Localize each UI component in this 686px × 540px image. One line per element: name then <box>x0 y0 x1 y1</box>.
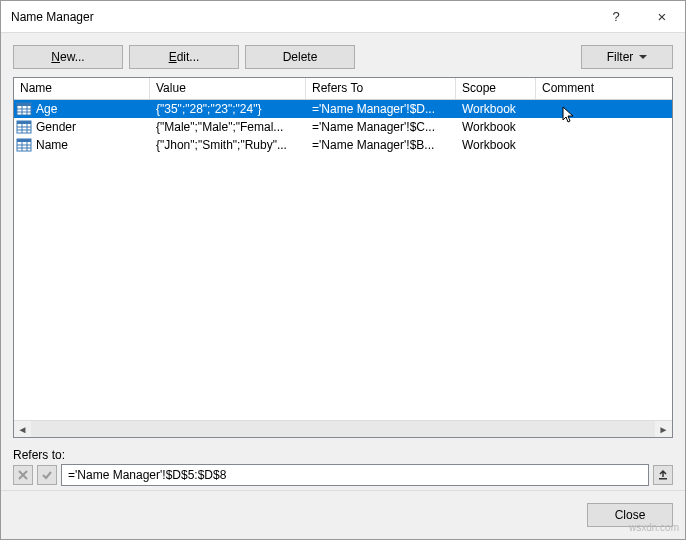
table-row[interactable]: Gender{"Male";"Male";"Femal...='Name Man… <box>14 118 672 136</box>
scroll-right-icon[interactable]: ► <box>655 421 672 438</box>
watermark: wsxdn.com <box>629 522 679 533</box>
col-value[interactable]: Value <box>150 78 306 99</box>
row-refers: ='Name Manager'!$B... <box>306 137 456 153</box>
column-headers: Name Value Refers To Scope Comment <box>14 78 672 100</box>
new-button[interactable]: New... <box>13 45 123 69</box>
range-picker-button[interactable] <box>653 465 673 485</box>
svg-rect-18 <box>659 478 667 480</box>
svg-rect-1 <box>17 103 31 106</box>
dialog-footer: Close <box>1 490 685 539</box>
row-name: Age <box>36 102 57 116</box>
row-value: {"35";"28";"23";"24"} <box>150 101 306 117</box>
row-name: Name <box>36 138 68 152</box>
svg-rect-7 <box>17 121 31 124</box>
svg-rect-13 <box>17 139 31 142</box>
filter-button[interactable]: Filter <box>581 45 673 69</box>
row-refers: ='Name Manager'!$D... <box>306 101 456 117</box>
row-comment <box>536 126 672 128</box>
check-icon <box>41 469 53 481</box>
defined-name-icon <box>16 102 32 116</box>
toolbar: New... Edit... Delete Filter <box>1 33 685 77</box>
scroll-left-icon[interactable]: ◄ <box>14 421 31 438</box>
table-row[interactable]: Name{"Jhon";"Smith";"Ruby"...='Name Mana… <box>14 136 672 154</box>
row-value: {"Jhon";"Smith";"Ruby"... <box>150 137 306 153</box>
row-scope: Workbook <box>456 137 536 153</box>
col-refers[interactable]: Refers To <box>306 78 456 99</box>
help-button[interactable]: ? <box>593 1 639 33</box>
rows-container: Age{"35";"28";"23";"24"}='Name Manager'!… <box>14 100 672 420</box>
collapse-icon <box>657 469 669 481</box>
col-name[interactable]: Name <box>14 78 150 99</box>
col-comment[interactable]: Comment <box>536 78 672 99</box>
defined-name-icon <box>16 138 32 152</box>
defined-name-icon <box>16 120 32 134</box>
row-name: Gender <box>36 120 76 134</box>
titlebar: Name Manager ? × <box>1 1 685 33</box>
row-scope: Workbook <box>456 119 536 135</box>
col-scope[interactable]: Scope <box>456 78 536 99</box>
scroll-track[interactable] <box>31 421 655 438</box>
cancel-refers-button[interactable] <box>13 465 33 485</box>
delete-button[interactable]: Delete <box>245 45 355 69</box>
accept-refers-button[interactable] <box>37 465 57 485</box>
row-refers: ='Name Manager'!$C... <box>306 119 456 135</box>
x-icon <box>17 469 29 481</box>
row-value: {"Male";"Male";"Femal... <box>150 119 306 135</box>
close-window-button[interactable]: × <box>639 1 685 33</box>
refers-to-input[interactable] <box>61 464 649 486</box>
refers-to-label: Refers to: <box>1 444 685 464</box>
row-comment <box>536 108 672 110</box>
edit-button[interactable]: Edit... <box>129 45 239 69</box>
window-title: Name Manager <box>1 10 593 24</box>
refers-to-row <box>1 464 685 490</box>
row-scope: Workbook <box>456 101 536 117</box>
name-manager-dialog: Name Manager ? × New... Edit... Delete F… <box>0 0 686 540</box>
horizontal-scrollbar[interactable]: ◄ ► <box>14 420 672 437</box>
table-row[interactable]: Age{"35";"28";"23";"24"}='Name Manager'!… <box>14 100 672 118</box>
row-comment <box>536 144 672 146</box>
names-list: Name Value Refers To Scope Comment Age{"… <box>13 77 673 438</box>
